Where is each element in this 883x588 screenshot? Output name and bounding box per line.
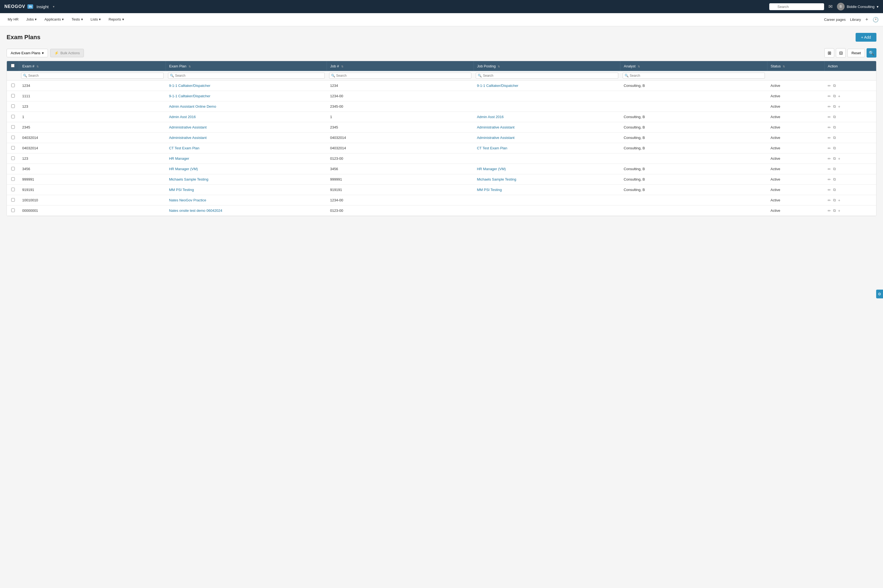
nav-item-tests[interactable]: Tests ▾ bbox=[68, 14, 86, 25]
add-icon[interactable]: + bbox=[865, 17, 868, 22]
row-checkbox[interactable] bbox=[11, 94, 15, 98]
col-search-job-posting-input[interactable] bbox=[483, 74, 616, 78]
add-button[interactable]: + Add bbox=[856, 33, 876, 42]
edit-icon[interactable]: ✏ bbox=[827, 125, 831, 130]
bulk-actions-button[interactable]: ⚡ Bulk Actions bbox=[50, 49, 84, 57]
clone-icon[interactable]: ⧉ bbox=[833, 94, 836, 98]
clone-icon[interactable]: ⧉ bbox=[833, 125, 836, 130]
clone-icon[interactable]: ⧉ bbox=[833, 208, 836, 213]
job-posting-link[interactable]: Administrative Assistant bbox=[477, 136, 514, 140]
exam-plan-link[interactable]: CT Test Exam Plan bbox=[169, 146, 200, 150]
add-row-icon[interactable]: + bbox=[838, 104, 840, 109]
library-link[interactable]: Library bbox=[850, 18, 861, 22]
app-label[interactable]: Insight bbox=[36, 4, 48, 9]
col-search-exam-num-input[interactable] bbox=[28, 74, 162, 78]
row-checkbox[interactable] bbox=[11, 136, 15, 139]
search-input[interactable] bbox=[769, 3, 824, 10]
edit-icon[interactable]: ✏ bbox=[827, 136, 831, 140]
edit-icon[interactable]: ✏ bbox=[827, 177, 831, 182]
job-posting-link[interactable]: Admin Asst 2016 bbox=[477, 115, 504, 119]
header-status[interactable]: Status ⇅ bbox=[767, 61, 824, 71]
nav-item-applicants[interactable]: Applicants ▾ bbox=[41, 14, 67, 25]
edit-icon[interactable]: ✏ bbox=[827, 198, 831, 202]
exam-plan-link[interactable]: Administrative Assistant bbox=[169, 136, 207, 140]
row-checkbox[interactable] bbox=[11, 156, 15, 160]
exam-plan-link[interactable]: Admin Asst 2016 bbox=[169, 115, 196, 119]
row-checkbox[interactable] bbox=[11, 115, 15, 118]
header-exam-num[interactable]: Exam # ⇅ bbox=[19, 61, 166, 71]
search-submit-button[interactable]: 🔍 bbox=[866, 48, 876, 57]
edit-icon[interactable]: ✏ bbox=[827, 146, 831, 150]
edit-icon[interactable]: ✏ bbox=[827, 208, 831, 213]
edit-icon[interactable]: ✏ bbox=[827, 94, 831, 98]
add-row-icon[interactable]: + bbox=[838, 94, 840, 98]
clone-icon[interactable]: ⧉ bbox=[833, 114, 836, 119]
add-row-icon[interactable]: + bbox=[838, 198, 840, 202]
header-exam-plan[interactable]: Exam Plan ⇅ bbox=[166, 61, 327, 71]
edit-icon[interactable]: ✏ bbox=[827, 156, 831, 161]
select-all-checkbox[interactable] bbox=[11, 64, 15, 68]
row-checkbox[interactable] bbox=[11, 198, 15, 202]
exam-plan-link[interactable]: Admin Assistant Online Demo bbox=[169, 104, 216, 108]
row-checkbox[interactable] bbox=[11, 177, 15, 181]
clone-icon[interactable]: ⧉ bbox=[833, 83, 836, 88]
header-job-num[interactable]: Job # ⇅ bbox=[327, 61, 474, 71]
edit-icon[interactable]: ✏ bbox=[827, 167, 831, 171]
nav-item-reports[interactable]: Reports ▾ bbox=[105, 14, 128, 25]
columns-icon-button[interactable]: ⊞ bbox=[824, 48, 834, 57]
exam-plan-link[interactable]: 9-1-1 Calltaker/Dispatcher bbox=[169, 84, 210, 88]
user-dropdown-icon[interactable]: ▾ bbox=[877, 4, 878, 9]
clone-icon[interactable]: ⧉ bbox=[833, 156, 836, 161]
exam-plan-link[interactable]: MM PSI Testing bbox=[169, 188, 194, 192]
notification-icon[interactable]: ✉ bbox=[829, 3, 833, 10]
row-checkbox[interactable] bbox=[11, 146, 15, 150]
exam-plan-link[interactable]: Michaels Sample Testing bbox=[169, 177, 209, 182]
exam-plan-link[interactable]: Nates NeoGov Practice bbox=[169, 198, 206, 202]
app-dropdown-icon[interactable]: ▾ bbox=[53, 5, 54, 9]
row-checkbox[interactable] bbox=[11, 125, 15, 129]
job-posting-link[interactable]: 9-1-1 Calltaker/Dispatcher bbox=[477, 84, 518, 88]
header-job-posting[interactable]: Job Posting ⇅ bbox=[473, 61, 620, 71]
clone-icon[interactable]: ⧉ bbox=[833, 104, 836, 109]
add-row-icon[interactable]: + bbox=[838, 208, 840, 213]
clone-icon[interactable]: ⧉ bbox=[833, 135, 836, 140]
edit-icon[interactable]: ✏ bbox=[827, 104, 831, 109]
exam-plan-link[interactable]: HR Manager (VM) bbox=[169, 167, 198, 171]
exam-plan-link[interactable]: Administrative Assistant bbox=[169, 125, 207, 129]
row-checkbox[interactable] bbox=[11, 104, 15, 108]
user-area[interactable]: B Biddle Consulting ▾ bbox=[837, 3, 878, 10]
add-row-icon[interactable]: + bbox=[838, 156, 840, 161]
clone-icon[interactable]: ⧉ bbox=[833, 166, 836, 171]
exam-plan-link[interactable]: HR Manager bbox=[169, 156, 189, 160]
clone-icon[interactable]: ⧉ bbox=[833, 177, 836, 182]
edit-icon[interactable]: ✏ bbox=[827, 188, 831, 192]
edit-icon[interactable]: ✏ bbox=[827, 115, 831, 119]
col-search-exam-plan-input[interactable] bbox=[175, 74, 323, 78]
career-pages-link[interactable]: Career pages bbox=[824, 18, 846, 22]
header-analyst[interactable]: Analyst ⇅ bbox=[620, 61, 767, 71]
job-posting-link[interactable]: HR Manager (VM) bbox=[477, 167, 506, 171]
job-posting-link[interactable]: Michaels Sample Testing bbox=[477, 177, 516, 182]
col-search-job-num-input[interactable] bbox=[336, 74, 470, 78]
row-checkbox[interactable] bbox=[11, 84, 15, 87]
row-checkbox[interactable] bbox=[11, 188, 15, 191]
nav-item-lists[interactable]: Lists ▾ bbox=[87, 14, 104, 25]
clone-icon[interactable]: ⧉ bbox=[833, 146, 836, 150]
clone-icon[interactable]: ⧉ bbox=[833, 188, 836, 192]
col-search-analyst-input[interactable] bbox=[630, 74, 763, 78]
job-posting-link[interactable]: CT Test Exam Plan bbox=[477, 146, 507, 150]
active-exam-plans-dropdown[interactable]: Active Exam Plans ▾ bbox=[7, 49, 48, 57]
clone-icon[interactable]: ⧉ bbox=[833, 198, 836, 202]
nav-item-myhr[interactable]: My HR bbox=[5, 14, 22, 25]
filter-icon-button[interactable]: ⊟ bbox=[836, 48, 846, 57]
row-checkbox[interactable] bbox=[11, 208, 15, 212]
logo-area[interactable]: NEOGOV IN bbox=[5, 4, 33, 9]
reset-button[interactable]: Reset bbox=[847, 49, 865, 57]
row-checkbox[interactable] bbox=[11, 167, 15, 170]
exam-plan-link[interactable]: 9-1-1 Calltaker/Dispatcher bbox=[169, 94, 210, 98]
exam-plan-link[interactable]: Nates onsite test demo 06042024 bbox=[169, 208, 222, 213]
edit-icon[interactable]: ✏ bbox=[827, 84, 831, 88]
clock-icon[interactable]: 🕐 bbox=[872, 17, 878, 23]
nav-item-jobs[interactable]: Jobs ▾ bbox=[23, 14, 40, 25]
job-posting-link[interactable]: MM PSI Testing bbox=[477, 188, 502, 192]
